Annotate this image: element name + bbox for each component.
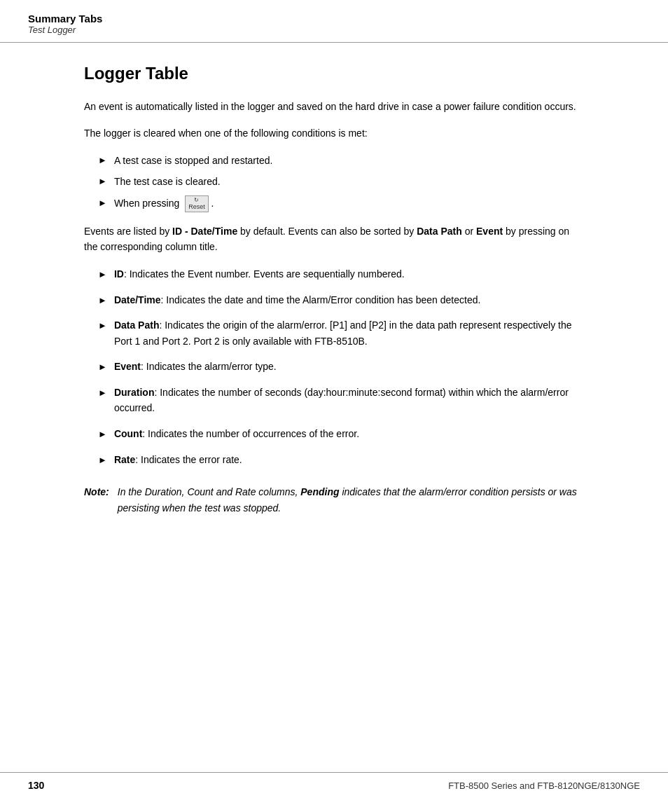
list-item: ► Date/Time: Indicates the date and time… (98, 292, 584, 308)
bullet-arrow-icon: ► (98, 268, 107, 282)
bullet-arrow-icon: ► (98, 386, 107, 401)
note-label: Note: (84, 484, 109, 500)
page-header: Summary Tabs Test Logger (0, 0, 668, 43)
bullet-arrow-icon: ► (98, 174, 107, 189)
intro-para-2: The logger is cleared when one of the fo… (84, 125, 584, 141)
list-item: ► Count: Indicates the number of occurre… (98, 426, 584, 442)
page-heading: Logger Table (84, 64, 584, 83)
conditions-list: ► A test case is stopped and restarted. … (98, 153, 584, 212)
sort-bold-2: Data Path (417, 226, 462, 237)
condition-text-1: A test case is stopped and restarted. (114, 153, 272, 168)
bullet-arrow-icon: ► (98, 319, 107, 333)
page-container: Summary Tabs Test Logger Logger Table An… (0, 0, 668, 812)
field-duration: Duration: Indicates the number of second… (114, 385, 584, 416)
note-block: Note: In the Duration, Count and Rate co… (84, 484, 584, 516)
list-item: ► ID: Indicates the Event number. Events… (98, 266, 584, 282)
main-content: Logger Table An event is automatically l… (0, 43, 668, 544)
list-item: ► The test case is cleared. (98, 174, 584, 189)
bullet-arrow-icon: ► (98, 427, 107, 442)
sort-bold-3: Event (476, 226, 503, 237)
list-item: ► When pressing ↻ Reset . (98, 195, 584, 212)
field-datetime: Date/Time: Indicates the date and time t… (114, 292, 584, 308)
condition-text-3: When pressing ↻ Reset . (114, 195, 214, 212)
field-id: ID: Indicates the Event number. Events a… (114, 266, 584, 282)
sort-bold-1: ID - Date/Time (172, 226, 237, 237)
reset-button-image: ↻ Reset (185, 195, 209, 212)
header-subtitle: Test Logger (28, 25, 640, 35)
footer-doc-title: FTB-8500 Series and FTB-8120NGE/8130NGE (448, 780, 640, 791)
note-pending: Pending (300, 486, 339, 497)
reset-icon: ↻ (188, 197, 205, 204)
bullet-arrow-icon: ► (98, 360, 107, 375)
header-title: Summary Tabs (28, 13, 640, 25)
list-item: ► Data Path: Indicates the origin of the… (98, 317, 584, 349)
list-item: ► Duration: Indicates the number of seco… (98, 385, 584, 416)
bullet-arrow-icon: ► (98, 453, 107, 468)
list-item: ► Event: Indicates the alarm/error type. (98, 359, 584, 375)
field-event: Event: Indicates the alarm/error type. (114, 359, 584, 374)
fields-list: ► ID: Indicates the Event number. Events… (98, 266, 584, 468)
bullet-arrow-icon: ► (98, 294, 107, 308)
bullet-arrow-icon: ► (98, 153, 107, 168)
intro-para-1: An event is automatically listed in the … (84, 99, 584, 114)
bullet-arrow-icon: ► (98, 196, 107, 211)
field-rate: Rate: Indicates the error rate. (114, 452, 584, 467)
condition-text-2: The test case is cleared. (114, 174, 221, 189)
page-footer: 130 FTB-8500 Series and FTB-8120NGE/8130… (0, 772, 668, 791)
field-count: Count: Indicates the number of occurrenc… (114, 426, 584, 441)
list-item: ► Rate: Indicates the error rate. (98, 452, 584, 468)
sort-para: Events are listed by ID - Date/Time by d… (84, 223, 584, 255)
list-item: ► A test case is stopped and restarted. (98, 153, 584, 168)
field-datapath: Data Path: Indicates the origin of the a… (114, 317, 584, 349)
note-text: In the Duration, Count and Rate columns,… (118, 484, 584, 516)
footer-page-number: 130 (28, 780, 44, 791)
